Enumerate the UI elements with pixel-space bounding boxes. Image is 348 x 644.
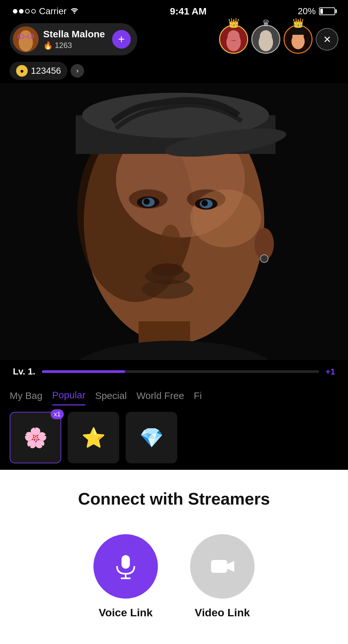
level-label: Lv. 1. — [13, 366, 35, 377]
svg-rect-41 — [121, 555, 130, 569]
coin-amount: 123456 — [31, 66, 61, 76]
voice-link-label: Voice Link — [99, 606, 153, 619]
svg-point-34 — [190, 189, 261, 247]
avatar-rank-3 — [284, 25, 313, 54]
face-1 — [220, 26, 247, 53]
tab-popular[interactable]: Popular — [52, 390, 85, 405]
tab-world-free[interactable]: World Free — [137, 390, 184, 405]
flame-icon: 🔥 — [43, 41, 53, 50]
svg-point-29 — [260, 255, 268, 262]
svg-point-39 — [143, 198, 150, 205]
user-info: Stella Malone 🔥 1263 — [43, 29, 105, 50]
battery-percent: 20% — [298, 6, 316, 16]
carrier-label: Carrier — [39, 6, 67, 16]
video-area — [0, 83, 348, 360]
microphone-icon — [111, 552, 140, 581]
add-button[interactable]: + — [112, 30, 131, 49]
level-bar-container: Lv. 1. +1 — [0, 360, 348, 383]
coin-arrow-button[interactable]: › — [71, 64, 84, 78]
level-row: Lv. 1. +1 — [13, 366, 335, 377]
user-card: Stella Malone 🔥 1263 + — [10, 23, 137, 55]
status-bar: Carrier 9:41 AM 20% — [0, 0, 348, 20]
crown-orange-icon: 👑 — [293, 18, 304, 28]
coin-badge: ● 123456 — [10, 62, 67, 80]
close-button[interactable]: ✕ — [316, 28, 338, 51]
level-fill — [42, 370, 125, 373]
level-plus: +1 — [325, 367, 335, 377]
battery-icon — [319, 7, 335, 15]
bottom-section: Connect with Streamers Voice Link — [0, 470, 348, 644]
tab-my-bag[interactable]: My Bag — [10, 390, 43, 405]
gift-item-2[interactable]: ⭐ — [68, 412, 119, 463]
face-svg — [0, 83, 348, 360]
gift-items-row: x1 🌸 ⭐ 💎 — [0, 405, 348, 470]
avatar-rank-1 — [219, 25, 248, 54]
gift-item-3[interactable]: 💎 — [126, 412, 177, 463]
time-display: 9:41 AM — [170, 6, 207, 17]
coin-row: ● 123456 › — [0, 59, 348, 83]
tab-fi[interactable]: Fi — [194, 390, 202, 405]
gift-badge-x1: x1 — [51, 409, 64, 419]
video-camera-icon — [208, 552, 237, 581]
user-name: Stella Malone — [43, 29, 105, 40]
video-link-wrap: Video Link — [190, 534, 255, 619]
avatar — [13, 26, 39, 52]
signal-dot-1 — [13, 9, 17, 14]
streak-count: 1263 — [55, 41, 72, 50]
signal-dot-3 — [25, 9, 30, 14]
gift-emoji-1: 🌸 — [24, 426, 48, 449]
gift-item-1[interactable]: x1 🌸 — [10, 412, 61, 463]
signal-dots — [13, 9, 36, 14]
status-left: Carrier — [13, 6, 79, 16]
crown-avatar-rank-2[interactable]: ♛ — [251, 25, 280, 54]
crown-gold-icon: 👑 — [228, 18, 239, 28]
user-streak: 🔥 1263 — [43, 41, 105, 50]
svg-point-26 — [161, 225, 180, 257]
connect-buttons: Voice Link Video Link — [93, 534, 255, 619]
video-link-label: Video Link — [195, 606, 250, 619]
wifi-icon — [70, 6, 79, 16]
gift-emoji-2: ⭐ — [82, 426, 106, 449]
voice-link-button[interactable] — [93, 534, 158, 599]
level-track — [42, 370, 319, 373]
face-3 — [285, 26, 312, 53]
gift-tabs: My Bag Popular Special World Free Fi — [0, 383, 348, 405]
face-2 — [252, 26, 279, 53]
connect-title: Connect with Streamers — [78, 489, 270, 508]
signal-dot-4 — [31, 9, 36, 14]
battery-fill — [320, 9, 323, 14]
svg-point-0 — [74, 13, 75, 14]
svg-rect-44 — [211, 560, 227, 573]
svg-point-40 — [201, 200, 208, 206]
svg-point-33 — [142, 279, 193, 299]
crown-avatar-rank-3[interactable]: 👑 — [284, 25, 313, 54]
gift-emoji-3: 💎 — [140, 426, 164, 449]
crown-avatars: 👑 ♛ — [219, 25, 338, 54]
crown-avatar-rank-1[interactable]: 👑 — [219, 25, 248, 54]
status-right: 20% — [298, 6, 335, 16]
crown-silver-icon: ♛ — [262, 18, 270, 28]
tab-special[interactable]: Special — [95, 390, 127, 405]
signal-dot-2 — [19, 9, 24, 14]
svg-point-12 — [260, 30, 272, 42]
avatar-rank-2 — [251, 25, 280, 54]
top-overlay: Stella Malone 🔥 1263 + 👑 — [0, 20, 348, 59]
video-link-button[interactable] — [190, 534, 255, 599]
coin-icon: ● — [16, 65, 28, 77]
voice-link-wrap: Voice Link — [93, 534, 158, 619]
